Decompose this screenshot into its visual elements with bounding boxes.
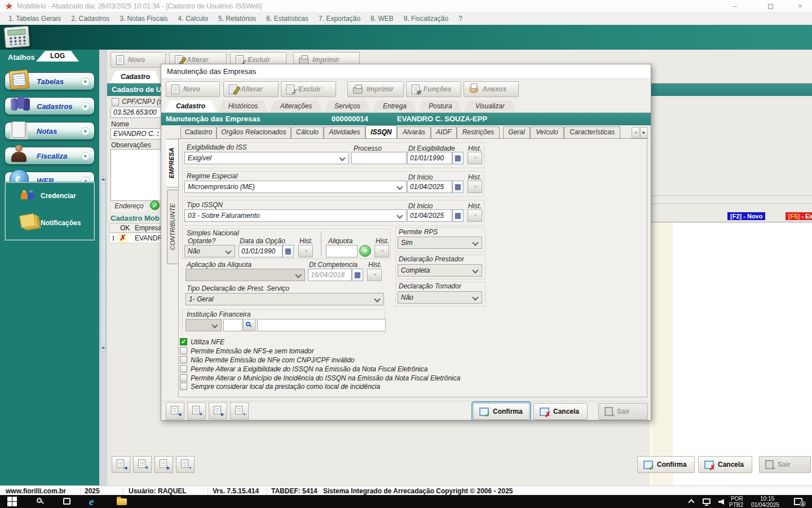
dialog-anexos-button[interactable]: Anexos	[464, 81, 519, 97]
tab-atividades[interactable]: Atividades	[324, 126, 365, 138]
dialog-record-first-button[interactable]	[166, 402, 184, 419]
sidebar-item-cadastros[interactable]: Cadastros »	[5, 97, 95, 115]
processo-input[interactable]	[351, 152, 407, 164]
alterar-municipio-checkbox[interactable]	[180, 374, 187, 382]
alterar-exigibilidade-checkbox[interactable]	[180, 365, 187, 373]
declaracao-tomador-select[interactable]: Não	[398, 291, 482, 304]
regime-select[interactable]: Microempresário (ME)	[184, 181, 407, 193]
tab-veiculo[interactable]: Veículo	[530, 126, 564, 138]
dialog-tab-visualizar[interactable]: Visualizar	[464, 100, 517, 112]
aliquota-input[interactable]	[326, 245, 358, 257]
tipo-history-button[interactable]	[467, 209, 482, 222]
record-last-button[interactable]	[176, 456, 195, 473]
novo-button[interactable]: Novo	[111, 52, 166, 68]
optante-select[interactable]: Não	[184, 245, 235, 257]
dialog-tab-entrega[interactable]: Entrega	[372, 100, 417, 112]
nome-input[interactable]	[111, 128, 161, 139]
permite-rps-select[interactable]: Sim	[398, 237, 482, 249]
menu-web[interactable]: 8. WEB	[365, 13, 399, 24]
network-icon[interactable]	[703, 498, 710, 504]
dialog-titlebar[interactable]: Manutenção das Empresas	[161, 64, 651, 79]
splitter-grip[interactable]	[100, 176, 106, 352]
tab-alvaras[interactable]: Alvarás	[397, 126, 431, 138]
tab-cadastro-inner[interactable]: Cadastro	[180, 126, 217, 138]
tab-caracteristicas[interactable]: Características	[564, 126, 620, 138]
utiliza-nfe-checkbox[interactable]	[180, 338, 187, 345]
confirma-button-main[interactable]: Confirma	[637, 456, 695, 473]
sidebar-item-fiscaliza[interactable]: Fiscaliza »	[5, 147, 95, 165]
calendar-icon[interactable]	[452, 209, 464, 222]
local-prestacao-checkbox[interactable]	[180, 383, 187, 390]
record-next-button[interactable]	[155, 456, 173, 473]
dialog-imprimir-button[interactable]: Imprimir	[347, 81, 404, 97]
record-first-button[interactable]	[112, 456, 130, 473]
tab-issqn[interactable]: ISSQN	[365, 125, 397, 138]
add-aliquota-button[interactable]	[359, 245, 371, 257]
calendar-icon[interactable]	[452, 181, 464, 193]
dialog-tab-cadastro[interactable]: Cadastro	[165, 100, 217, 112]
nfse-sem-tomador-checkbox[interactable]	[180, 347, 187, 354]
tab-aidf[interactable]: AIDF	[431, 126, 457, 138]
tab-geral[interactable]: Geral	[503, 126, 530, 138]
splitter-arrows-icon[interactable]: ◂▸	[99, 177, 107, 182]
file-explorer-button[interactable]	[116, 496, 127, 507]
internet-explorer-button[interactable]: e	[89, 496, 100, 507]
dt-competencia-input[interactable]	[308, 269, 352, 281]
tabs-scroll-right-button[interactable]: ▸	[640, 127, 648, 138]
dialog-tab-alteracoes[interactable]: Alterações	[270, 100, 323, 112]
tab-orgaos-relacionados[interactable]: Orgãos Relacionados	[217, 126, 291, 138]
dialog-novo-button[interactable]: Novo	[166, 81, 220, 97]
task-view-button[interactable]	[62, 496, 73, 507]
dialog-tab-servicos[interactable]: Serviços	[324, 100, 371, 112]
tab-endereco[interactable]: Endereço	[111, 201, 148, 212]
observacoes-textarea[interactable]	[111, 149, 161, 201]
clock-time[interactable]: 10:15	[760, 496, 774, 502]
sidebar-tab-atalhos[interactable]: Atalhos	[8, 53, 35, 62]
sidebar-item-notas[interactable]: Notas »	[5, 122, 95, 140]
dialog-tab-historicos[interactable]: Históricos	[218, 100, 268, 112]
dialog-record-last-button[interactable]	[230, 402, 249, 419]
dialog-funcoes-button[interactable]: Funções	[406, 81, 461, 97]
cpf-checkbox[interactable]	[112, 98, 119, 106]
sidebar-splitter[interactable]: ◂▸ ◂▸	[99, 50, 107, 485]
exigibilidade-select[interactable]: Exigível	[184, 152, 349, 164]
chevron-down-icon[interactable]: »	[81, 127, 90, 135]
menu-fiscalizacao[interactable]: 9. Fiscalização	[399, 13, 453, 24]
dt-inicio-tipo-input[interactable]	[407, 209, 452, 222]
sidebar-item-tabelas[interactable]: Tabelas »	[5, 72, 95, 90]
sidebar-item-notificacoes[interactable]: Notificações	[41, 219, 81, 227]
menu-exportacao[interactable]: 7. Exportação	[314, 13, 365, 24]
tabs-scroll-left-button[interactable]: ◂	[632, 127, 639, 138]
cancela-button-main[interactable]: Cancela	[698, 456, 752, 473]
dialog-excluir-button[interactable]: Excluir	[281, 81, 336, 97]
sair-button-main[interactable]: Sair	[759, 456, 811, 473]
fiorilli-app2-button[interactable]	[170, 496, 182, 507]
dialog-confirma-button[interactable]: Confirma	[473, 403, 529, 420]
data-opcao-input[interactable]	[239, 245, 283, 257]
menu-estatisticas[interactable]: 6. Estatísticas	[261, 13, 314, 24]
side-tab-contribuinte[interactable]: CONTRIBUINTE	[167, 190, 179, 264]
side-tab-empresa[interactable]: EMPRESA	[166, 139, 179, 187]
cpf-input[interactable]	[111, 107, 161, 118]
calendar-icon[interactable]	[352, 269, 363, 281]
tab-calculo[interactable]: Cálculo	[291, 126, 324, 138]
instituicao-nome-input[interactable]	[257, 319, 386, 331]
simples-history-button[interactable]	[298, 245, 313, 257]
close-button[interactable]: ×	[792, 2, 809, 11]
start-button[interactable]	[7, 496, 18, 507]
language-indicator[interactable]: POR	[731, 496, 743, 502]
dialog-tab-postura[interactable]: Postura	[418, 100, 462, 112]
tray-chevron-icon[interactable]	[688, 499, 694, 505]
menu-cadastros[interactable]: 2. Cadastros	[66, 13, 114, 24]
grid-row[interactable]: I ✗ EVANDR	[109, 233, 161, 243]
taskbar-search-button[interactable]	[35, 496, 46, 507]
cnpj-invalido-checkbox[interactable]	[180, 356, 187, 364]
calendar-icon[interactable]	[283, 245, 294, 257]
menu-calculo[interactable]: 4. Calculo	[173, 13, 213, 24]
menu-relatorios[interactable]: 5. Relatórios	[213, 13, 261, 24]
dt-exigibilidade-input[interactable]	[407, 152, 452, 164]
fiorilli-app3-button-active[interactable]	[201, 496, 212, 507]
users-grid-area[interactable]	[650, 222, 812, 485]
splitter-arrows-icon[interactable]: ◂▸	[99, 345, 107, 350]
speaker-icon[interactable]	[718, 499, 724, 505]
